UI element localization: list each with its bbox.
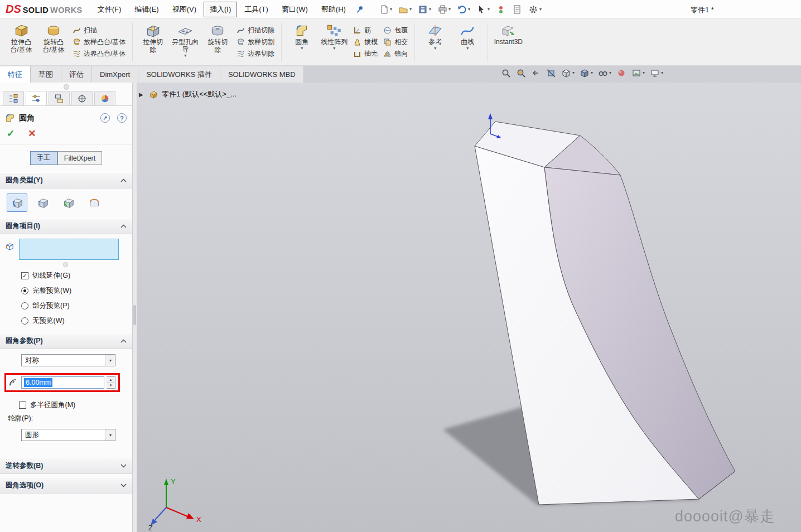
view-orientation-icon[interactable]: ▾ xyxy=(561,68,575,78)
profile-dropdown[interactable]: 圆形 ▾ xyxy=(21,429,115,441)
hide-show-items-icon[interactable]: ▾ xyxy=(598,68,611,78)
menu-pin-icon[interactable] xyxy=(355,5,364,14)
display-style-icon[interactable]: ▾ xyxy=(580,68,593,78)
symmetric-dropdown[interactable]: 对称 ▾ xyxy=(21,354,115,366)
tab-solidworks-addins[interactable]: SOLIDWORKS 插件 xyxy=(138,66,220,83)
tab-evaluate[interactable]: 评估 xyxy=(61,66,92,83)
menu-insert[interactable]: 插入(I) xyxy=(204,2,237,17)
fillet-type-section-header[interactable]: 圆角类型(Y) xyxy=(0,172,132,188)
full-round-fillet-button[interactable] xyxy=(84,194,104,212)
panel-collapse-handle[interactable] xyxy=(64,84,69,90)
displaymanager-tab[interactable] xyxy=(94,91,115,105)
file-properties-button[interactable] xyxy=(512,4,522,14)
spinner-down-button[interactable]: ▼ xyxy=(107,383,115,389)
items-to-fillet-section-header[interactable]: 圆角项目(I) xyxy=(0,218,132,234)
wrap-item[interactable]: 包覆 xyxy=(383,26,408,35)
revolved-boss-button[interactable]: 旋转凸 台/基体 xyxy=(37,21,70,64)
tab-dimxpert[interactable]: DimXpert xyxy=(92,66,138,83)
edit-appearance-icon[interactable] xyxy=(616,68,626,78)
dimxpertmanager-tab[interactable] xyxy=(71,91,93,105)
menu-edit[interactable]: 编辑(E) xyxy=(128,2,165,17)
no-preview-option[interactable]: 无预览(W) xyxy=(3,313,128,328)
intersect-icon xyxy=(383,38,392,46)
boundary-cut-item[interactable]: 边界切除 xyxy=(237,49,274,59)
fillet-button[interactable]: 圆角 ▾ xyxy=(286,21,318,64)
options-button[interactable]: ▾ xyxy=(528,4,542,14)
lofted-cut-item[interactable]: 放样切割 xyxy=(237,37,274,47)
tangent-propagation-option[interactable]: ✓ 切线延伸(G) xyxy=(3,268,128,283)
part-model[interactable] xyxy=(137,83,801,532)
reference-geometry-button[interactable]: 参考 ▾ xyxy=(419,21,451,64)
flyout-tree-expand-arrow[interactable]: ▶ xyxy=(139,91,143,98)
cancel-button[interactable]: ✕ xyxy=(28,128,36,139)
selection-box-resize-handle[interactable] xyxy=(63,262,68,267)
splitter-grip[interactable] xyxy=(133,305,136,325)
partial-preview-option[interactable]: 部分预览(P) xyxy=(3,298,128,313)
propertymanager-tab[interactable] xyxy=(26,91,47,105)
rib-item[interactable]: 筋 xyxy=(353,26,378,35)
rebuild-button[interactable] xyxy=(496,4,506,14)
apply-scene-icon[interactable]: ▾ xyxy=(631,68,645,78)
open-button[interactable]: ▾ xyxy=(398,4,412,14)
filletxpert-mode-button[interactable]: FilletXpert xyxy=(57,151,102,165)
panel-splitter[interactable] xyxy=(133,83,137,532)
setback-parameters-section-header[interactable]: 逆转参数(B) xyxy=(0,458,132,474)
menu-tools[interactable]: 工具(T) xyxy=(238,2,274,17)
linear-pattern-button[interactable]: 线性阵列 ▾ xyxy=(318,21,350,64)
hole-wizard-button[interactable]: 异型孔向导 ▾ xyxy=(169,21,201,64)
zoom-area-icon[interactable] xyxy=(516,68,526,78)
zoom-fit-icon[interactable] xyxy=(501,68,511,78)
extruded-boss-button[interactable]: 拉伸凸 台/基体 xyxy=(5,21,37,64)
edges-selection-listbox[interactable] xyxy=(19,239,119,260)
extruded-cut-button[interactable]: 拉伸切 除 xyxy=(137,21,169,64)
fillet-options-section-header[interactable]: 圆角选项(O) xyxy=(0,477,132,494)
variable-size-fillet-button[interactable] xyxy=(32,194,53,212)
tab-sketch[interactable]: 草图 xyxy=(31,66,61,83)
radius-input[interactable]: 6.00mm xyxy=(21,376,104,389)
configurationmanager-tab[interactable] xyxy=(49,91,70,105)
revolved-cut-button[interactable]: 旋转切 除 xyxy=(201,21,234,64)
section-view-icon[interactable] xyxy=(546,68,556,78)
intersect-item[interactable]: 相交 xyxy=(383,37,408,47)
mirror-item[interactable]: 镜向 xyxy=(383,49,408,59)
shell-item[interactable]: 抽壳 xyxy=(353,49,378,59)
face-fillet-button[interactable] xyxy=(58,194,79,212)
lofted-boss-item[interactable]: 放样凸台/基体 xyxy=(73,37,126,47)
menu-view[interactable]: 视图(V) xyxy=(166,2,202,17)
new-document-button[interactable]: ▾ xyxy=(379,4,392,14)
draft-item[interactable]: 拔模 xyxy=(353,37,378,47)
menu-help[interactable]: 帮助(H) xyxy=(315,2,352,17)
multiple-radius-option[interactable]: 多半径圆角(M) xyxy=(3,398,128,413)
tree-root-item[interactable]: 零件1 (默认<<默认>_... xyxy=(162,89,237,99)
curves-button[interactable]: 曲线 ▾ xyxy=(451,21,484,64)
linear-pattern-icon xyxy=(326,23,342,38)
swept-boss-item[interactable]: 扫描 xyxy=(73,26,126,35)
select-button[interactable]: ▾ xyxy=(476,4,490,14)
constant-size-fillet-button[interactable] xyxy=(7,194,27,212)
print-button[interactable]: ▾ xyxy=(437,4,451,14)
confirm-button[interactable]: ✓ xyxy=(7,128,15,139)
manual-mode-button[interactable]: 手工 xyxy=(30,151,57,165)
boundary-boss-item[interactable]: 边界凸台/基体 xyxy=(73,49,126,59)
caret-down-icon: ▾ xyxy=(466,46,469,51)
instant3d-button[interactable]: Instant3D xyxy=(492,21,524,64)
menu-window[interactable]: 窗口(W) xyxy=(276,2,314,17)
fillet-parameters-section-header[interactable]: 圆角参数(P) xyxy=(0,333,132,349)
tab-solidworks-mbd[interactable]: SOLIDWORKS MBD xyxy=(220,66,304,83)
save-button[interactable]: ▾ xyxy=(418,4,431,14)
menu-file[interactable]: 文件(F) xyxy=(91,2,128,17)
undo-button[interactable]: ▾ xyxy=(457,4,470,14)
view-settings-icon[interactable]: ▾ xyxy=(650,68,663,78)
radio-unselected xyxy=(21,302,28,309)
swept-cut-item[interactable]: 扫描切除 xyxy=(237,26,274,35)
tab-features[interactable]: 特征 xyxy=(0,66,31,83)
previous-view-icon[interactable] xyxy=(531,68,541,78)
feature-tree-overlay[interactable]: 零件1 (默认<<默认>_... xyxy=(149,89,237,99)
featuremanager-tab[interactable] xyxy=(3,91,24,105)
full-preview-option[interactable]: 完整预览(W) xyxy=(3,283,128,298)
help-icon[interactable]: ? xyxy=(117,113,127,123)
spinner-up-button[interactable]: ▲ xyxy=(107,377,115,383)
graphics-viewport[interactable]: ▶ 零件1 (默认<<默认>_... Y X Z dooooit@暴走 xyxy=(137,83,801,532)
keep-visible-pin-icon[interactable] xyxy=(100,113,110,123)
caret-down-icon: ▾ xyxy=(390,7,392,12)
